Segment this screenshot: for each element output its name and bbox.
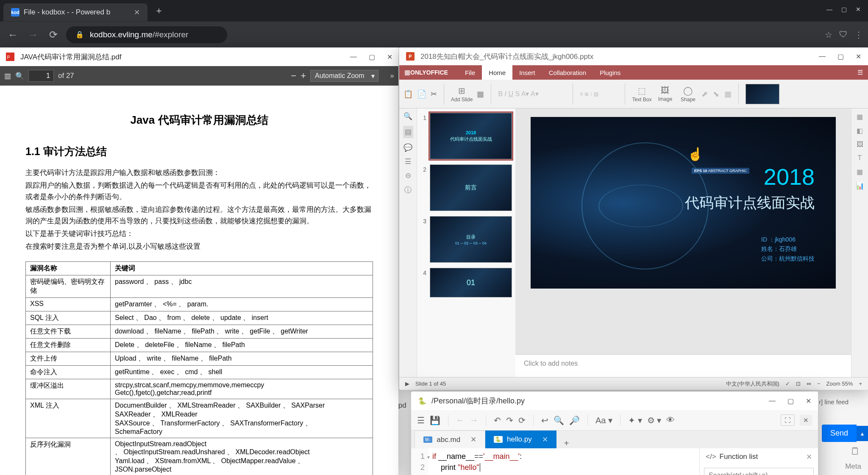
maximize-icon[interactable]: ▢ [837,53,844,61]
menu-collapse-icon[interactable]: ☰ [857,69,868,76]
search-icon[interactable]: 🔍 [403,112,412,121]
star-icon[interactable]: ☆ [825,30,832,40]
shape-settings-icon[interactable]: ◧ [857,127,863,135]
extension-icon[interactable]: 🛡 [839,30,848,39]
copy-icon[interactable]: 📋 [403,89,413,99]
image-settings-icon[interactable]: 🖼 [857,141,863,148]
shape-button[interactable]: ◯Shape [679,86,697,103]
menu-file[interactable]: File [458,65,482,80]
browser-tab[interactable]: kod File - kodbox - - Powered b ✕ [3,3,147,21]
close-panel-icon[interactable]: ✕ [800,415,812,426]
close-icon[interactable]: ✕ [856,53,861,61]
tab-hello-py[interactable]: 🐍 hello.py ✕ [485,431,556,448]
slide-canvas[interactable]: ☝ EPS 10 ABSTRACT GRAPHIC 2018 代码审计点线面实战… [515,108,851,354]
zoom-out-icon[interactable]: − [817,381,821,387]
send-button[interactable]: Send [822,425,857,442]
preview-icon[interactable]: 👁 [666,415,675,425]
tools-icon[interactable]: » [390,72,394,80]
zoom-select[interactable]: Automatic Zoom ▾ [310,70,378,82]
close-icon[interactable]: ✕ [806,397,811,405]
note-icon[interactable]: 🗒 [850,445,860,457]
info-icon[interactable]: ⓘ [404,185,412,195]
theme-preview[interactable] [746,84,779,104]
refresh-icon[interactable]: ⟳ [518,415,526,425]
search-icon[interactable]: 🔍 [15,72,24,81]
menu-plugins[interactable]: Plugins [593,65,627,80]
panel-close-icon[interactable]: ✕ [806,453,812,461]
wrap-icon[interactable]: ↩ [541,415,548,425]
zoom-in-icon[interactable]: + [859,381,862,387]
slide-thumb-1[interactable]: 2018代码审计点线面实战 [430,113,512,159]
fit-icon[interactable]: ⊡ [796,381,801,387]
maximize-icon[interactable]: ▢ [369,53,375,61]
text-settings-icon[interactable]: T [858,154,862,162]
minimize-icon[interactable]: — [819,53,826,61]
arrange-controls[interactable]: ⬈⬊▦ [701,89,732,99]
layout-icon[interactable]: ▦ [477,89,484,99]
forward-icon[interactable]: → [470,415,478,425]
slide-thumbnails[interactable]: 1 2018代码审计点线面实战 2 前言 3 目录01 ─ 02 ─ 03 ─ … [417,108,515,377]
tab-abc-md[interactable]: M↓ abc.md ✕ [415,431,485,448]
language-label[interactable]: 中文(中华人民共和国) [726,380,779,388]
paragraph-controls[interactable]: ≡ ≣ ⫶ ▤ [580,91,618,97]
add-tab-button[interactable]: + [556,439,577,448]
undo-icon[interactable]: ↶ [494,415,501,425]
new-tab-button[interactable]: ＋ [154,4,164,17]
notes-area[interactable]: Click to add notes [515,354,851,377]
feedback-icon[interactable]: ⊝ [405,171,411,180]
slide-thumb-4[interactable]: 01 [430,268,512,297]
url-box[interactable]: 🔒 kodbox.evling.me/#explorer [66,26,227,43]
reload-icon[interactable]: ⟳ [46,27,61,42]
pdf-page-area[interactable]: Java 代码审计常用漏洞总结 1.1 审计方法总结 主要代码审计方法是跟踪用户… [0,86,398,475]
minimize-icon[interactable]: — [350,53,357,61]
close-icon[interactable]: ✕ [852,4,865,14]
cut-icon[interactable]: ✂ [431,89,437,99]
code-area[interactable]: 1▾2 if __name__=='__main__': print "hell… [411,448,699,475]
search-icon[interactable]: 🔍 [554,415,564,425]
zoom-icon[interactable]: 🔎 [569,415,580,425]
table-settings-icon[interactable]: ▦ [857,168,863,176]
pdf-titlebar[interactable]: P JAVA代码审计常用漏洞总结.pdf — ▢ ✕ [0,47,398,66]
menu-insert[interactable]: Insert [512,65,542,80]
back-icon[interactable]: ← [5,27,20,42]
redo-icon[interactable]: ↷ [506,415,513,425]
fullscreen-icon[interactable]: ⛶ [781,414,795,426]
minimize-icon[interactable]: — [769,397,776,405]
minimize-icon[interactable]: — [823,4,836,14]
save-icon[interactable]: 💾 [430,415,440,425]
forward-icon[interactable]: → [25,27,41,42]
fit-width-icon[interactable]: ⇔ [807,381,811,387]
menu-icon[interactable]: ⋮ [854,30,863,40]
maximize-icon[interactable]: ▢ [787,397,794,405]
textbox-button[interactable]: ⬚Text Box [632,86,651,103]
send-dropdown-icon[interactable]: ▴ [857,426,868,441]
zoom-out-icon[interactable]: − [291,70,296,81]
slide-settings-icon[interactable]: ▦ [857,113,863,121]
zoom-in-icon[interactable]: + [300,70,306,81]
back-icon[interactable]: ← [456,415,465,425]
maximize-icon[interactable]: ▢ [837,4,850,14]
outline-icon[interactable]: ☰ [405,157,411,166]
menu-home[interactable]: Home [482,65,512,80]
paste-icon[interactable]: 📄 [417,89,426,99]
tools-icon[interactable]: ✦ ▾ [628,415,642,425]
slide-thumb-2[interactable]: 前言 [430,164,512,211]
slide-thumb-3[interactable]: 目录01 ─ 02 ─ 03 ─ 04 [430,216,512,263]
menu-collaboration[interactable]: Collaboration [542,65,593,80]
font-controls[interactable]: B I U S A▾ A▾ [498,90,566,98]
pptx-titlebar[interactable]: P 2018先知白帽大会_代码审计点线面实战_jkgh006.pptx — ▢ … [399,47,868,65]
code-lines[interactable]: if __name__=='__main__': print "hello" [428,448,699,475]
chart-settings-icon[interactable]: 📊 [856,182,864,190]
menu-icon[interactable]: ☰ [417,415,425,425]
tab-close-icon[interactable]: ✕ [542,435,548,444]
tab-close-icon[interactable]: ✕ [134,8,140,17]
spellcheck-icon[interactable]: ✓ [785,381,790,387]
play-icon[interactable]: ▶ [405,381,409,387]
settings-icon[interactable]: ⚙ ▾ [647,415,662,425]
tab-close-icon[interactable]: ✕ [470,435,476,444]
add-slide-button[interactable]: ⊞Add Slide [451,86,473,103]
font-icon[interactable]: Aa ▾ [595,415,612,425]
close-icon[interactable]: ✕ [387,53,392,61]
thumbnails-icon[interactable]: ▤ [403,126,413,138]
page-input[interactable] [28,70,54,82]
